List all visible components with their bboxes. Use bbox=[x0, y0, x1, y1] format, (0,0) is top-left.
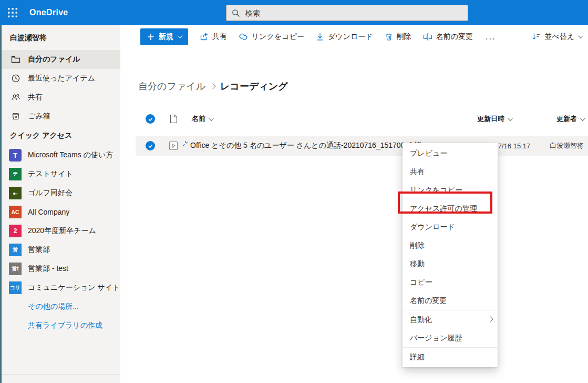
share-button[interactable]: 共有 bbox=[200, 32, 227, 42]
app-launcher-waffle-icon[interactable] bbox=[6, 6, 19, 19]
file-modified-by-cell: 白波瀬智将 bbox=[540, 141, 588, 150]
sidebar-divider bbox=[2, 374, 120, 375]
copy-link-label: リンクをコピー bbox=[252, 32, 304, 42]
app-header: OneDrive bbox=[0, 0, 588, 25]
sidebar-site-2020-newgrad-team[interactable]: 2 2020年度新卒チーム bbox=[2, 221, 120, 240]
site-label: コミュニケーション サイト bbox=[28, 283, 120, 293]
site-icon-teams: T bbox=[9, 149, 22, 162]
sidebar-site-communication-site[interactable]: コサ コミュニケーション サイト bbox=[2, 278, 120, 297]
sidebar: 白波瀬智将 自分のファイル 最近使ったアイテム 共有 ごみ箱 クイック アク bbox=[0, 25, 120, 383]
download-icon bbox=[316, 33, 324, 41]
sidebar-item-recent[interactable]: 最近使ったアイテム bbox=[2, 69, 120, 88]
delete-label: 削除 bbox=[397, 32, 411, 42]
download-label: ダウンロード bbox=[328, 32, 373, 42]
people-icon bbox=[11, 93, 20, 102]
menu-item-move[interactable]: 移動 bbox=[403, 255, 498, 273]
breadcrumb-parent[interactable]: 自分のファイル bbox=[138, 80, 205, 93]
menu-item-preview[interactable]: プレビュー bbox=[403, 144, 498, 163]
site-icon-2020-newgrad-team: 2 bbox=[9, 225, 22, 237]
trash-icon bbox=[385, 33, 393, 41]
column-header-name[interactable]: 名前 bbox=[192, 114, 474, 124]
column-header-modified-by[interactable]: 更新者 bbox=[540, 114, 588, 124]
site-icon-sales-dept-test: 営t bbox=[9, 263, 22, 275]
sidebar-site-test-site[interactable]: テ テストサイト bbox=[2, 165, 120, 184]
create-shared-library-link[interactable]: 共有ライブラリの作成 bbox=[2, 316, 120, 335]
chevron-down-icon bbox=[508, 116, 513, 121]
site-label: All Company bbox=[28, 208, 69, 216]
plus-icon bbox=[147, 33, 154, 41]
new-item-sparkle-icon bbox=[182, 141, 189, 147]
recycle-bin-icon bbox=[11, 112, 20, 121]
site-icon-all-company: AC bbox=[9, 206, 22, 218]
column-header-modified[interactable]: 更新日時 bbox=[474, 114, 540, 124]
breadcrumb-current: レコーディング bbox=[220, 80, 288, 93]
delete-button[interactable]: 削除 bbox=[385, 32, 411, 42]
chevron-down-icon bbox=[578, 33, 583, 38]
site-label: テストサイト bbox=[28, 169, 73, 179]
chevron-down-icon bbox=[209, 116, 214, 121]
share-label: 共有 bbox=[212, 32, 227, 42]
menu-item-version-history[interactable]: バージョン履歴 bbox=[403, 329, 498, 347]
context-menu: プレビュー 共有 リンクをコピー アクセス許可の管理 ダウンロード 削除 移動 … bbox=[403, 143, 498, 367]
menu-item-details[interactable]: 詳細 bbox=[403, 348, 498, 366]
sidebar-site-teams-guide[interactable]: T Microsoft Teams の使い方 bbox=[2, 146, 120, 165]
sidebar-item-label: 共有 bbox=[28, 93, 43, 102]
site-icon-test-site: テ bbox=[9, 168, 22, 180]
folder-icon bbox=[11, 55, 20, 64]
sidebar-user-name: 白波瀬智将 bbox=[2, 25, 120, 50]
menu-item-delete[interactable]: 削除 bbox=[403, 236, 498, 255]
site-icon-sales-dept: 営 bbox=[9, 244, 22, 256]
search-icon bbox=[232, 9, 240, 17]
more-commands-button[interactable]: ... bbox=[486, 32, 496, 42]
share-icon bbox=[200, 32, 209, 41]
new-button[interactable]: 新規 bbox=[140, 28, 188, 45]
new-button-label: 新規 bbox=[159, 32, 173, 42]
sidebar-site-sales-dept[interactable]: 営 営業部 bbox=[2, 240, 120, 259]
main-content: 新規 共有 リンクをコピー ダウンロード bbox=[120, 25, 588, 383]
chevron-down-icon bbox=[580, 116, 585, 121]
site-label: 営業部 - test bbox=[28, 264, 68, 274]
file-row[interactable]: Office とその他 5 名のユーザー さんとの通話-20210716_151… bbox=[136, 136, 588, 156]
copy-link-button[interactable]: リンクをコピー bbox=[239, 32, 304, 42]
file-type-column-icon bbox=[169, 114, 178, 124]
file-list-header: 名前 更新日時 更新者 bbox=[136, 109, 588, 128]
sidebar-site-sales-dept-test[interactable]: 営t 営業部 - test bbox=[2, 259, 120, 278]
select-all-checkbox[interactable] bbox=[146, 114, 155, 124]
sidebar-item-my-files[interactable]: 自分のファイル bbox=[2, 50, 120, 69]
menu-item-share[interactable]: 共有 bbox=[403, 163, 498, 181]
row-checkbox[interactable] bbox=[146, 141, 155, 150]
sidebar-item-label: 最近使ったアイテム bbox=[28, 74, 95, 83]
breadcrumb: 自分のファイル レコーディング bbox=[138, 80, 288, 93]
menu-item-automate[interactable]: 自動化 bbox=[403, 310, 498, 329]
onedrive-window: OneDrive 白波瀬智将 自分のファイル 最近使ったアイテム bbox=[0, 0, 588, 383]
menu-item-download[interactable]: ダウンロード bbox=[403, 218, 498, 236]
link-icon bbox=[239, 32, 248, 42]
menu-item-copy[interactable]: コピー bbox=[403, 273, 498, 291]
sort-button[interactable]: 並べ替え bbox=[532, 32, 582, 42]
search-box[interactable] bbox=[226, 5, 468, 21]
sort-icon bbox=[532, 32, 541, 41]
chevron-down-icon bbox=[178, 33, 183, 38]
search-input[interactable] bbox=[244, 8, 462, 18]
check-icon bbox=[148, 143, 153, 149]
download-button[interactable]: ダウンロード bbox=[316, 32, 373, 42]
rename-label: 名前の変更 bbox=[436, 32, 473, 42]
clock-icon bbox=[11, 74, 20, 83]
quick-access-title: クイック アクセス bbox=[2, 126, 120, 146]
site-label: ゴルフ同好会 bbox=[28, 188, 73, 198]
rename-button[interactable]: 名前の変更 bbox=[423, 32, 473, 42]
more-places-link[interactable]: その他の場所... bbox=[2, 297, 120, 316]
app-title: OneDrive bbox=[29, 0, 68, 25]
menu-item-rename[interactable]: 名前の変更 bbox=[403, 291, 498, 310]
site-icon-golf-club: ●- bbox=[9, 187, 22, 199]
rename-icon bbox=[423, 32, 432, 42]
command-bar: 新規 共有 リンクをコピー ダウンロード bbox=[120, 25, 588, 48]
submenu-chevron-right-icon bbox=[488, 317, 493, 322]
sidebar-item-label: 自分のファイル bbox=[28, 55, 80, 64]
sidebar-item-shared[interactable]: 共有 bbox=[2, 88, 120, 107]
chevron-right-icon bbox=[210, 83, 215, 89]
sidebar-site-golf-club[interactable]: ●- ゴルフ同好会 bbox=[2, 184, 120, 203]
sidebar-site-all-company[interactable]: AC All Company bbox=[2, 203, 120, 221]
site-icon-communication-site: コサ bbox=[9, 281, 22, 294]
sidebar-item-recycle-bin[interactable]: ごみ箱 bbox=[2, 107, 120, 126]
